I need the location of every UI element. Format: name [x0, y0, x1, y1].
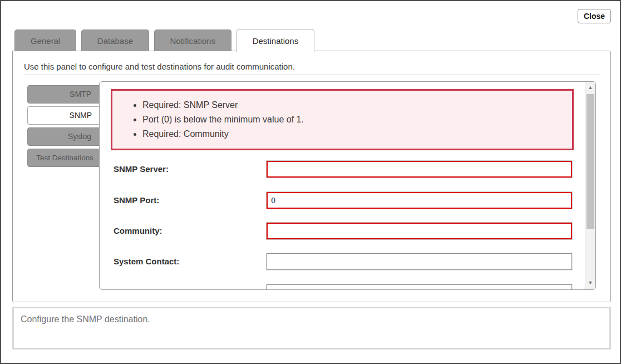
side-tab-syslog[interactable]: Syslog	[27, 127, 100, 146]
panel-description: Use this panel to configure and test des…	[24, 62, 295, 71]
scrollbar[interactable]: ▲ ▼	[585, 82, 595, 289]
scroll-up-icon[interactable]: ▲	[585, 83, 595, 92]
form-row-system-contact: System Contact:	[100, 253, 585, 270]
form-row-system-location: System Location:	[100, 284, 585, 290]
tab-database[interactable]: Database	[81, 29, 149, 51]
community-input[interactable]	[267, 223, 572, 239]
side-tab-snmp[interactable]: SNMP	[27, 106, 100, 125]
destinations-panel: Use this panel to configure and test des…	[12, 51, 611, 302]
snmp-server-label: SNMP Server:	[114, 164, 169, 174]
tab-bar: General Database Notifications Destinati…	[14, 29, 317, 51]
validation-error-box: Required: SNMP Server Port (0) is below …	[111, 89, 574, 150]
snmp-port-input[interactable]	[267, 192, 572, 209]
snmp-settings-scroll-panel: Required: SNMP Server Port (0) is below …	[99, 81, 596, 290]
scroll-down-icon[interactable]: ▼	[585, 278, 595, 287]
tab-destinations[interactable]: Destinations	[236, 29, 315, 52]
validation-error-list: Required: SNMP Server Port (0) is below …	[142, 98, 566, 141]
help-panel: Configure the SNMP destination.	[12, 307, 611, 350]
snmp-port-label: SNMP Port:	[114, 195, 159, 205]
close-button[interactable]: Close	[578, 9, 611, 23]
scrollbar-thumb[interactable]	[586, 94, 594, 229]
system-location-input[interactable]	[267, 284, 572, 290]
community-label: Community:	[114, 226, 162, 235]
snmp-server-input[interactable]	[267, 161, 572, 178]
tab-notifications[interactable]: Notifications	[154, 29, 232, 51]
side-tab-test-destinations[interactable]: Test Destinations	[27, 149, 100, 167]
form-row-snmp-port: SNMP Port:	[100, 192, 585, 209]
destination-side-tabs: SMTP SNMP Syslog Test Destinations	[27, 85, 100, 170]
system-contact-label: System Contact:	[114, 257, 179, 266]
system-contact-input[interactable]	[267, 253, 572, 270]
divider	[24, 75, 600, 75]
validation-error-item: Required: SNMP Server	[142, 98, 566, 112]
snmp-settings-form: Required: SNMP Server Port (0) is below …	[100, 82, 585, 289]
side-tab-smtp[interactable]: SMTP	[27, 85, 100, 104]
form-row-snmp-server: SNMP Server:	[100, 161, 585, 178]
validation-error-item: Required: Community	[142, 127, 566, 141]
validation-error-item: Port (0) is below the minimum value of 1…	[142, 112, 566, 127]
help-text: Configure the SNMP destination.	[21, 314, 150, 324]
system-location-label: System Location:	[114, 288, 183, 290]
tab-general[interactable]: General	[14, 29, 76, 51]
form-row-community: Community:	[100, 223, 585, 240]
